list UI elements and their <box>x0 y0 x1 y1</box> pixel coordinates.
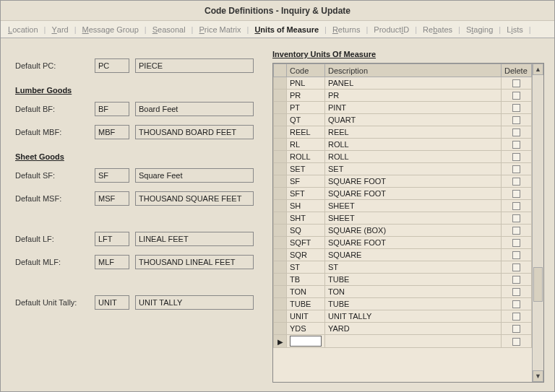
cell-code[interactable]: TUBE <box>287 298 325 310</box>
delete-checkbox[interactable] <box>512 214 520 222</box>
row-header[interactable] <box>274 175 287 188</box>
row-header[interactable] <box>274 139 287 151</box>
row-header[interactable] <box>274 286 287 298</box>
cell-description[interactable]: ROLL <box>325 151 502 163</box>
table-row[interactable]: TBTUBE <box>274 274 532 286</box>
delete-checkbox[interactable] <box>512 325 520 333</box>
cell-code[interactable]: TB <box>287 274 325 286</box>
cell-code[interactable]: ST <box>287 261 325 274</box>
delete-checkbox[interactable] <box>512 190 520 198</box>
table-row[interactable]: YDSYARD <box>274 323 532 335</box>
cell-description[interactable]: TUBE <box>325 298 502 310</box>
row-header[interactable] <box>274 249 287 261</box>
row-header[interactable] <box>274 151 287 163</box>
delete-checkbox[interactable] <box>512 202 520 210</box>
table-row[interactable]: SHSHEET <box>274 200 532 212</box>
table-row[interactable]: STST <box>274 261 532 274</box>
delete-checkbox[interactable] <box>512 104 520 112</box>
cell-delete[interactable] <box>502 274 532 286</box>
cell-description[interactable]: QUART <box>325 114 502 126</box>
input-default-msf-desc[interactable] <box>135 191 254 206</box>
cell-delete[interactable] <box>502 237 532 249</box>
grid-header-description[interactable]: Description <box>325 64 502 77</box>
cell-code[interactable]: UNIT <box>287 310 325 323</box>
cell-code[interactable]: PR <box>287 90 325 102</box>
table-row[interactable]: RLROLL <box>274 139 532 151</box>
delete-checkbox[interactable] <box>512 338 520 346</box>
row-header[interactable] <box>274 212 287 225</box>
cell-delete[interactable] <box>502 90 532 102</box>
cell-description[interactable]: UNIT TALLY <box>325 310 502 323</box>
table-row[interactable]: SQSQUARE (BOX) <box>274 225 532 237</box>
delete-checkbox[interactable] <box>512 178 520 186</box>
table-row[interactable]: SETSET <box>274 163 532 175</box>
input-default-msf-code[interactable] <box>95 191 129 206</box>
row-header[interactable] <box>274 163 287 175</box>
table-row[interactable]: SQFTSQUARE FOOT <box>274 237 532 249</box>
row-header[interactable] <box>274 77 287 90</box>
cell-description[interactable]: SQUARE <box>325 249 502 261</box>
row-header[interactable] <box>274 126 287 139</box>
table-row[interactable]: ROLLROLL <box>274 151 532 163</box>
delete-checkbox[interactable] <box>512 288 520 296</box>
cell-delete[interactable] <box>502 323 532 335</box>
row-header[interactable] <box>274 102 287 114</box>
cell-description[interactable]: SQUARE FOOT <box>325 175 502 188</box>
cell-delete[interactable] <box>502 200 532 212</box>
tab-message-group[interactable]: Message Group <box>79 25 142 34</box>
table-row[interactable]: SFTSQUARE FOOT <box>274 188 532 200</box>
cell-code[interactable]: YDS <box>287 323 325 335</box>
tab-price-matrix[interactable]: Price Matrix <box>196 25 244 34</box>
row-header[interactable] <box>274 237 287 249</box>
input-default-mbf-code[interactable] <box>95 125 129 139</box>
table-row[interactable]: PRPR <box>274 90 532 102</box>
input-default-lf-desc[interactable] <box>135 232 254 246</box>
cell-code[interactable]: SFT <box>287 188 325 200</box>
delete-checkbox[interactable] <box>512 116 520 124</box>
tab-yard[interactable]: Yard <box>48 25 71 34</box>
input-default-tally-code[interactable] <box>95 295 129 310</box>
cell-delete[interactable] <box>502 163 532 175</box>
cell-delete[interactable] <box>502 335 532 348</box>
input-default-pc-desc[interactable] <box>135 58 254 73</box>
cell-delete[interactable] <box>502 298 532 310</box>
scroll-down-button[interactable]: ▼ <box>533 370 543 382</box>
row-header[interactable] <box>274 323 287 335</box>
cell-delete[interactable] <box>502 175 532 188</box>
cell-delete[interactable] <box>502 151 532 163</box>
cell-description[interactable]: TON <box>325 286 502 298</box>
cell-description[interactable]: ST <box>325 261 502 274</box>
cell-description[interactable]: TUBE <box>325 274 502 286</box>
delete-checkbox[interactable] <box>512 300 520 308</box>
delete-checkbox[interactable] <box>512 227 520 235</box>
row-header[interactable] <box>274 274 287 286</box>
input-default-sf-code[interactable] <box>95 168 129 183</box>
input-default-mlf-code[interactable] <box>95 255 129 269</box>
tab-lists[interactable]: Lists <box>504 25 526 34</box>
cell-code[interactable]: QT <box>287 114 325 126</box>
grid-header-delete[interactable]: Delete <box>502 64 532 77</box>
table-row[interactable]: UNITUNIT TALLY <box>274 310 532 323</box>
cell-description[interactable] <box>325 335 502 348</box>
row-header[interactable] <box>274 188 287 200</box>
cell-code[interactable]: TON <box>287 286 325 298</box>
row-header[interactable] <box>274 310 287 323</box>
cell-delete[interactable] <box>502 225 532 237</box>
cell-delete[interactable] <box>502 310 532 323</box>
row-header[interactable] <box>274 261 287 274</box>
tab-location[interactable]: Location <box>5 25 41 34</box>
tab-staging[interactable]: Staging <box>463 25 496 34</box>
scroll-up-button[interactable]: ▲ <box>533 64 543 75</box>
delete-checkbox[interactable] <box>512 141 520 149</box>
cell-delete[interactable] <box>502 249 532 261</box>
grid-vertical-scrollbar[interactable]: ▲ ▼ <box>532 64 543 382</box>
delete-checkbox[interactable] <box>512 79 520 87</box>
cell-delete[interactable] <box>502 188 532 200</box>
row-header[interactable] <box>274 114 287 126</box>
delete-checkbox[interactable] <box>512 239 520 247</box>
cell-delete[interactable] <box>502 102 532 114</box>
delete-checkbox[interactable] <box>512 263 520 271</box>
cell-description[interactable]: REEL <box>325 126 502 139</box>
cell-description[interactable]: ROLL <box>325 139 502 151</box>
table-row[interactable]: TONTON <box>274 286 532 298</box>
